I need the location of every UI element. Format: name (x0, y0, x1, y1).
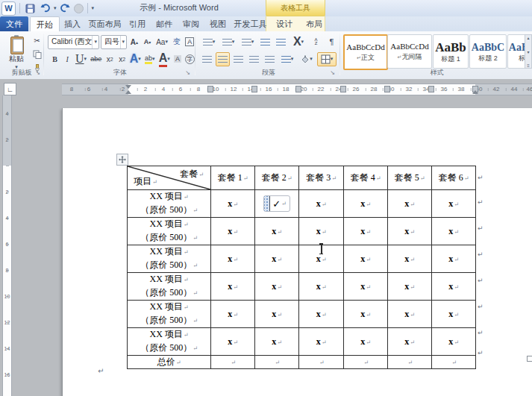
clipboard-dialog-launcher[interactable]: ↘ (33, 68, 43, 78)
table-cell[interactable]: x↵ (255, 301, 299, 328)
tab-file[interactable]: 文件 (0, 16, 28, 31)
save-button[interactable] (24, 2, 37, 15)
bold-button[interactable]: B (49, 52, 60, 66)
multilevel-list-button[interactable]: ▾ (239, 35, 257, 49)
table-cell[interactable]: x↵ (211, 328, 255, 356)
style-chip-无间隔[interactable]: AaBbCcDd↵无间隔 (387, 34, 432, 69)
show-hide-marks-button[interactable]: ¶ (325, 35, 339, 49)
table-cell[interactable]: x↵ (344, 190, 388, 218)
table-cell[interactable]: x↵ (388, 328, 432, 356)
table-cell[interactable]: x↵ (432, 328, 476, 356)
table-header-cell[interactable]: 套餐 3↵ (299, 166, 344, 190)
total-cell[interactable]: ↵ (344, 356, 388, 369)
character-border-button[interactable]: A (184, 35, 195, 49)
first-line-indent-marker[interactable] (125, 85, 131, 89)
table-cell[interactable]: x↵ (299, 328, 344, 356)
undo-dropdown-caret[interactable]: ▾ (54, 5, 57, 11)
hanging-indent-marker[interactable] (125, 90, 131, 94)
table-header-cell[interactable]: 套餐 5↵ (388, 166, 432, 190)
decrease-indent-button[interactable] (258, 35, 272, 49)
borders-button[interactable]: ▾ (317, 52, 337, 66)
grow-font-button[interactable]: A▴ (128, 35, 140, 49)
undo-button[interactable] (39, 2, 51, 15)
table-cell[interactable]: x↵ (344, 245, 388, 273)
table-cell[interactable]: x↵ (255, 273, 299, 301)
highlight-button[interactable]: ab▾ (143, 52, 157, 66)
table-cell[interactable]: x↵ (344, 301, 388, 328)
paragraph-dialog-launcher[interactable]: ↘ (328, 68, 337, 78)
table-column-marker[interactable] (295, 86, 301, 92)
table-cell[interactable]: x↵ (211, 301, 255, 328)
tab-引用[interactable]: 引用 (125, 16, 150, 31)
table-cell[interactable]: x↵ (255, 218, 299, 245)
table-row-label[interactable]: XX 项目↵（原价 500）↵ (128, 218, 211, 245)
superscript-button[interactable]: x2 (116, 52, 128, 66)
total-cell[interactable]: ↵ (388, 356, 432, 369)
tab-邮件[interactable]: 邮件 (151, 16, 177, 31)
tab-审阅[interactable]: 审阅 (178, 16, 204, 31)
sort-button[interactable]: AZ (309, 35, 323, 49)
tab-设计[interactable]: 设计 (270, 16, 298, 31)
table-move-handle[interactable] (116, 154, 128, 166)
table-row-label[interactable]: XX 项目↵（原价 500）↵ (128, 301, 211, 328)
italic-button[interactable]: I (61, 52, 72, 66)
table-row-label[interactable]: XX 项目↵（原价 500）↵ (128, 273, 211, 301)
text-effects-button[interactable]: A▾ (128, 52, 142, 66)
word-logo-icon[interactable]: W (1, 1, 16, 16)
change-case-button[interactable]: Aa▾ (154, 35, 169, 49)
tab-stop-selector[interactable]: ∟ (4, 83, 16, 95)
subscript-button[interactable]: x2 (104, 52, 116, 66)
table-resize-handle[interactable] (527, 356, 532, 362)
font-size-caret[interactable]: ▾ (120, 36, 125, 48)
table-cell[interactable]: x↵ (255, 328, 299, 356)
table-column-marker[interactable] (207, 86, 213, 92)
font-name-caret[interactable]: ▾ (92, 36, 97, 48)
table-cell[interactable]: x↵ (211, 245, 255, 273)
table-cell[interactable]: x↵ (388, 190, 432, 218)
table-row-label[interactable]: XX 项目↵（原价 500）↵ (128, 190, 211, 218)
customize-qat-caret[interactable]: ▾ (92, 5, 95, 11)
style-chip-标题 2[interactable]: AaBbC标题 2 (469, 34, 507, 69)
checked-checkbox-control[interactable]: ✓↵ (263, 195, 290, 212)
shrink-font-button[interactable]: A▾ (142, 35, 154, 49)
total-cell[interactable]: ↵ (255, 356, 299, 369)
shading-button[interactable]: ▾ (298, 52, 316, 66)
phonetic-guide-button[interactable]: 变 (171, 35, 183, 49)
asian-layout-button[interactable]: X▾ (290, 35, 307, 49)
redo-button[interactable] (59, 2, 72, 15)
enclose-characters-button[interactable]: 字 (184, 52, 195, 66)
tab-开始[interactable]: 开始 (30, 16, 60, 32)
underline-button[interactable]: U▾ (74, 52, 88, 66)
font-color-button[interactable]: A▾ (157, 52, 171, 66)
content-control-handle-icon[interactable] (264, 196, 270, 211)
styles-gallery-scrollbar[interactable]: ▴ ▾ ≡ (525, 34, 532, 69)
font-name-combo[interactable]: Calibri (西文 ▾ (48, 35, 99, 49)
vertical-ruler[interactable]: 42246810121416 (2, 95, 12, 396)
numbering-button[interactable]: ▾ (219, 35, 237, 49)
character-shading-button[interactable]: A (172, 52, 183, 66)
copy-button[interactable] (30, 48, 44, 61)
table-cell[interactable]: x↵ (388, 301, 432, 328)
strikethrough-button[interactable]: abe (89, 52, 103, 66)
align-center-button[interactable] (216, 52, 230, 66)
horizontal-ruler[interactable]: 8642246810121416182022242628303234363840… (62, 84, 532, 95)
table-cell[interactable]: x↵ (299, 301, 344, 328)
tab-页面布局[interactable]: 页面布局 (87, 16, 123, 31)
tab-布局[interactable]: 布局 (300, 16, 328, 31)
table-cell[interactable]: x↵ (432, 218, 476, 245)
table-cell[interactable]: x↵ (299, 273, 344, 301)
line-spacing-button[interactable]: ▾ (278, 52, 296, 66)
table-cell[interactable]: x↵ (255, 245, 299, 273)
table-header-cell[interactable]: 套餐 2↵ (255, 166, 299, 190)
table-cell[interactable]: x↵ (344, 273, 388, 301)
distribute-button[interactable] (263, 52, 277, 66)
table-cell[interactable]: x↵ (299, 190, 344, 218)
table-row-label[interactable]: XX 项目↵（原价 500）↵ (128, 328, 211, 356)
right-indent-marker[interactable] (472, 90, 478, 94)
font-dialog-launcher[interactable]: ↘ (183, 68, 193, 78)
table-cell[interactable]: x↵ (432, 273, 476, 301)
table-header-cell[interactable]: 套餐 1↵ (211, 166, 255, 190)
table-column-marker[interactable] (384, 86, 390, 92)
cut-button[interactable]: ✂ (30, 34, 44, 47)
table-cell[interactable]: x↵ (344, 218, 388, 245)
